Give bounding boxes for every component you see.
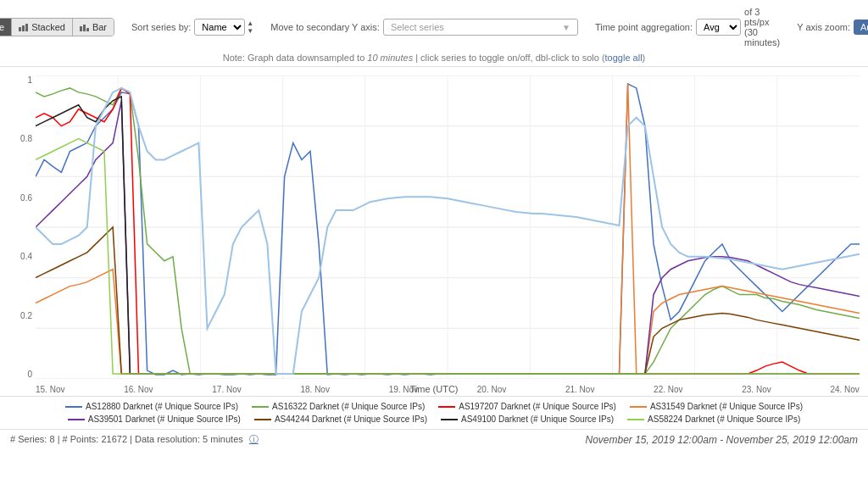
sort-arrows: ▲ ▼: [247, 20, 253, 35]
legend-label-as58224: AS58224 Darknet (# Unique Source IPs): [648, 414, 800, 424]
legend-label-as197207: AS197207 Darknet (# Unique Source IPs): [459, 402, 616, 411]
x-tick-23nov: 23. Nov: [742, 385, 771, 394]
x-tick-18nov: 18. Nov: [300, 385, 329, 394]
stacked-button[interactable]: Stacked: [12, 19, 73, 36]
y-axis: 1 0.8 0.6 0.4 0.2 0: [0, 67, 36, 396]
sort-down-icon[interactable]: ▼: [247, 28, 253, 35]
data-resolution-help-link[interactable]: ⓘ: [249, 434, 259, 444]
x-axis-title: Time (UTC): [409, 384, 458, 394]
chart-svg: [36, 75, 860, 379]
footer-stats-text: # Series: 8 | # Points: 21672 | Data res…: [10, 434, 259, 444]
y-tick-04: 0.4: [20, 252, 32, 261]
svg-rect-4: [83, 25, 86, 31]
legend-item-as44244[interactable]: AS44244 Darknet (# Unique Source IPs): [254, 414, 427, 424]
chart-type-group: Line Stacked Bar: [0, 18, 114, 36]
legend-label-as31549: AS31549 Darknet (# Unique Source IPs): [650, 402, 803, 411]
x-tick-15nov: 15. Nov: [36, 385, 64, 394]
x-tick-17nov: 17. Nov: [212, 385, 241, 394]
x-tick-22nov: 22. Nov: [654, 385, 682, 394]
chevron-down-icon: ▼: [562, 23, 570, 32]
y-tick-1: 1: [27, 75, 32, 85]
y-tick-06: 0.6: [20, 193, 32, 203]
legend-color-as39501: [68, 419, 85, 420]
x-tick-16nov: 16. Nov: [124, 385, 153, 394]
legend-color-as58224: [627, 419, 644, 420]
legend-label-as16322: AS16322 Darknet (# Unique Source IPs): [272, 402, 425, 411]
legend-color-as16322: [252, 406, 269, 408]
note-text: Note: Graph data downsampled to 10 minut…: [223, 53, 646, 63]
y-tick-08: 0.8: [20, 134, 32, 143]
svg-rect-1: [22, 25, 25, 31]
chart-area: 1 0.8 0.6 0.4 0.2 0: [0, 66, 868, 397]
svg-rect-3: [80, 26, 82, 31]
agg-controls: Avg Max Min Sum of 3 pts/px (30 minutes): [696, 7, 780, 47]
sort-label: Sort series by:: [131, 22, 191, 32]
legend-item-as39501[interactable]: AS39501 Darknet (# Unique Source IPs): [68, 414, 241, 424]
x-tick-21nov: 21. Nov: [565, 385, 594, 394]
secondary-y-label: Move to secondary Y axis:: [270, 22, 380, 32]
zoom-auto-button[interactable]: Auto: [854, 19, 868, 35]
legend-color-as49100: [441, 419, 458, 420]
agg-group: Time point aggregation: Avg Max Min Sum …: [595, 7, 780, 47]
legend-color-as197207: [438, 406, 455, 408]
sort-group: Sort series by: Name Value Max Min ▲ ▼: [131, 19, 253, 36]
footer: # Series: 8 | # Points: 21672 | Data res…: [0, 429, 868, 449]
toggle-all-link[interactable]: toggle all: [605, 53, 643, 63]
legend-item-as31549[interactable]: AS31549 Darknet (# Unique Source IPs): [630, 402, 803, 411]
line-button[interactable]: Line: [0, 19, 12, 36]
svg-rect-2: [25, 24, 28, 31]
svg-rect-5: [86, 28, 89, 31]
legend-item-as12880[interactable]: AS12880 Darknet (# Unique Source IPs): [65, 402, 238, 411]
sort-select[interactable]: Name Value Max Min: [194, 19, 245, 36]
legend-label-as39501: AS39501 Darknet (# Unique Source IPs): [88, 414, 241, 424]
svg-rect-0: [19, 27, 21, 31]
agg-info: of 3 pts/px (30 minutes): [744, 7, 780, 47]
legend-label-as44244: AS44244 Darknet (# Unique Source IPs): [275, 414, 427, 424]
zoom-controls: Auto: [854, 19, 868, 35]
zoom-group: Y axis zoom: Auto: [797, 19, 868, 35]
chart-type-buttons: Line Stacked Bar: [0, 18, 114, 36]
legend-label-as12880: AS12880 Darknet (# Unique Source IPs): [86, 402, 238, 411]
x-tick-20nov: 20. Nov: [477, 385, 506, 394]
agg-label: Time point aggregation:: [595, 22, 693, 32]
legend-item-as49100[interactable]: AS49100 Darknet (# Unique Source IPs): [441, 414, 614, 424]
bar-button[interactable]: Bar: [73, 19, 114, 36]
x-tick-24nov: 24. Nov: [830, 385, 859, 394]
legend-item-as16322[interactable]: AS16322 Darknet (# Unique Source IPs): [252, 402, 425, 411]
note-bar: Note: Graph data downsampled to 10 minut…: [0, 51, 868, 66]
secondary-y-group: Move to secondary Y axis: Select series …: [270, 19, 578, 36]
agg-select[interactable]: Avg Max Min Sum: [696, 19, 741, 36]
footer-stats: # Series: 8 | # Points: 21672 | Data res…: [10, 433, 259, 446]
chart-legend: AS12880 Darknet (# Unique Source IPs) AS…: [0, 397, 868, 429]
legend-color-as44244: [254, 419, 271, 420]
series-select-box[interactable]: Select series ▼: [383, 19, 578, 36]
legend-item-as58224[interactable]: AS58224 Darknet (# Unique Source IPs): [627, 414, 800, 424]
zoom-label: Y axis zoom:: [797, 22, 850, 32]
legend-label-as49100: AS49100 Darknet (# Unique Source IPs): [461, 414, 614, 424]
toolbar: Line Stacked Bar Sort series by: Name Va…: [0, 0, 868, 51]
footer-date-range: November 15, 2019 12:00am - November 25,…: [585, 434, 858, 446]
y-tick-02: 0.2: [20, 311, 32, 320]
legend-item-as197207[interactable]: AS197207 Darknet (# Unique Source IPs): [438, 402, 616, 411]
legend-color-as31549: [630, 406, 647, 408]
series-select-placeholder: Select series: [391, 22, 444, 32]
legend-color-as12880: [65, 406, 82, 408]
sort-up-icon[interactable]: ▲: [247, 20, 253, 27]
y-tick-0: 0: [27, 370, 32, 379]
